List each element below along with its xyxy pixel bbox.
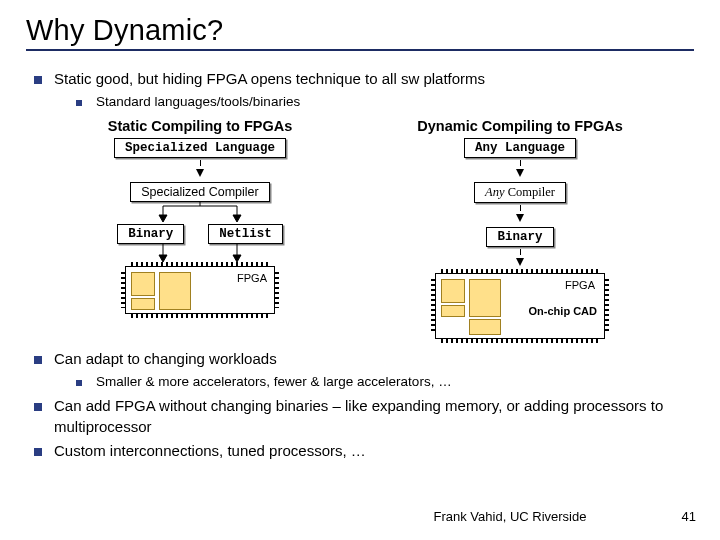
box-any-language: Any Language [464,138,576,158]
static-col-title: Static Compiling to FPGAs [108,118,292,134]
chip-left-label: FPGA [237,272,267,284]
title-rule [26,49,694,51]
bullet-text: Can adapt to changing workloads [54,350,277,367]
dynamic-col-title: Dynamic Compiling to FPGAs [417,118,622,134]
svg-marker-7 [159,255,167,262]
chip-left: FPGA [125,266,275,314]
split-arrows [115,202,285,224]
box-netlist: Netlist [208,224,283,244]
chip-right: FPGA On-chip CAD [435,273,605,339]
static-compiling-column: Static Compiling to FPGAs Specialized La… [75,118,325,339]
page-title: Why Dynamic? [26,14,694,47]
bullet-text: Static good, but hiding FPGA opens techn… [54,70,485,87]
diagram-row: Static Compiling to FPGAs Specialized La… [26,118,694,339]
chip-right-cad: On-chip CAD [529,305,597,317]
bullet-static-good: Static good, but hiding FPGA opens techn… [26,69,694,112]
svg-marker-3 [159,215,167,222]
box-specialized-language: Specialized Language [114,138,286,158]
svg-marker-5 [233,215,241,222]
bullet-adapt: Can adapt to changing workloads Smaller … [26,349,694,392]
box-any-compiler: Any Compiler [474,182,566,203]
bullet-custom: Custom interconnections, tuned processor… [26,441,694,461]
bullet-add-fpga: Can add FPGA without changing binaries –… [26,396,694,437]
slide-number: 41 [682,509,696,524]
bullet-standard-langs: Standard languages/tools/binaries [68,93,694,112]
svg-marker-9 [233,255,241,262]
box-specialized-compiler: Specialized Compiler [130,182,269,202]
footer-author: Frank Vahid, UC Riverside [0,509,720,524]
dynamic-compiling-column: Dynamic Compiling to FPGAs Any Language … [395,118,645,339]
box-binary-left: Binary [117,224,184,244]
bullet-accelerators: Smaller & more accelerators, fewer & lar… [68,373,694,392]
box-binary-right: Binary [486,227,553,247]
chip-right-fpga: FPGA [565,279,595,291]
merge-arrows [115,244,285,264]
